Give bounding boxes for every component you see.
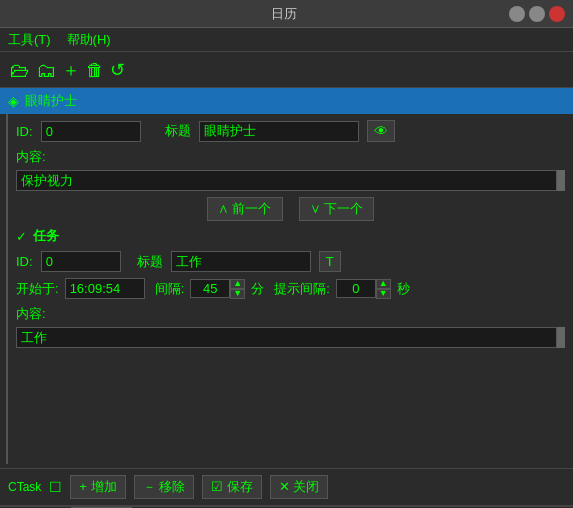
start-time-input[interactable]: [65, 278, 145, 299]
add-button[interactable]: + 增加: [70, 475, 125, 499]
maximize-button[interactable]: [529, 6, 545, 22]
left-border: [0, 114, 8, 464]
remind-input[interactable]: [336, 279, 376, 298]
id-label: ID:: [16, 124, 33, 139]
task-title-label: 标题: [137, 253, 163, 271]
save-folder-icon[interactable]: 🗂: [36, 60, 56, 80]
selected-item-bar: ◈ 眼睛护士: [0, 88, 573, 114]
t-button[interactable]: T: [319, 251, 341, 272]
close-window-button[interactable]: [549, 6, 565, 22]
remind-up-button[interactable]: ▲: [376, 279, 391, 289]
task-title-input[interactable]: [171, 251, 311, 272]
task-content-input[interactable]: [16, 327, 557, 348]
add-icon[interactable]: ＋: [62, 61, 80, 79]
window-controls: [509, 6, 565, 22]
task-check-icon: ✓: [16, 229, 27, 244]
menu-help[interactable]: 帮助(H): [67, 31, 111, 49]
task-header: ✓ 任务: [16, 227, 565, 245]
task-content-scrollbar: [557, 327, 565, 348]
refresh-icon[interactable]: ↺: [110, 61, 125, 79]
task-id-input[interactable]: [41, 251, 121, 272]
content-scrollbar: [557, 170, 565, 191]
remove-button[interactable]: － 移除: [134, 475, 195, 499]
interval-spinner: ▲ ▼: [190, 279, 245, 299]
task-content-input-row: [16, 327, 565, 348]
toolbar: 🗁 🗂 ＋ 🗑 ↺: [0, 52, 573, 88]
task-content-label-row: 内容:: [16, 305, 565, 323]
task-content-label: 内容:: [16, 305, 46, 323]
save-button[interactable]: ☑ 保存: [202, 475, 262, 499]
title-bar: 日历: [0, 0, 573, 28]
content-label: 内容:: [16, 148, 46, 166]
content-input[interactable]: [16, 170, 557, 191]
interval-input[interactable]: [190, 279, 230, 298]
task-id-label: ID:: [16, 254, 33, 269]
interval-up-button[interactable]: ▲: [230, 279, 245, 289]
task-label: 任务: [33, 227, 59, 245]
content-label-row: 内容:: [16, 148, 565, 166]
nav-buttons: ∧ 前一个 ∨ 下一个: [16, 197, 565, 221]
content-input-row: [16, 170, 565, 191]
prev-button[interactable]: ∧ 前一个: [207, 197, 283, 221]
start-time-label: 开始于:: [16, 280, 59, 298]
interval-unit: 分: [251, 280, 264, 298]
ctask-label: CTask: [8, 480, 41, 494]
right-section: ID: 标题 👁 内容: ∧ 前一个 ∨ 下一个: [8, 114, 573, 464]
close-button[interactable]: ✕ 关闭: [270, 475, 329, 499]
title-label: 标题: [165, 122, 191, 140]
remind-label: 提示间隔:: [274, 280, 330, 298]
next-button[interactable]: ∨ 下一个: [299, 197, 375, 221]
open-folder-icon[interactable]: 🗁: [10, 60, 30, 80]
interval-down-button[interactable]: ▼: [230, 289, 245, 299]
time-interval-row: 开始于: 间隔: ▲ ▼ 分 提示间隔: ▲ ▼: [16, 278, 565, 299]
id-title-row: ID: 标题 👁: [16, 120, 565, 142]
eye-button[interactable]: 👁: [367, 120, 395, 142]
delete-icon[interactable]: 🗑: [86, 61, 104, 79]
title-input[interactable]: [199, 121, 359, 142]
selected-item-label: 眼睛护士: [25, 92, 77, 110]
id-input[interactable]: [41, 121, 141, 142]
remind-spinner: ▲ ▼: [336, 279, 391, 299]
remind-down-button[interactable]: ▼: [376, 289, 391, 299]
minimize-button[interactable]: [509, 6, 525, 22]
checkbox-icon: ☐: [49, 479, 62, 495]
remind-unit: 秒: [397, 280, 410, 298]
interval-label: 间隔:: [155, 280, 185, 298]
main-content-wrapper: ID: 标题 👁 内容: ∧ 前一个 ∨ 下一个: [0, 114, 573, 464]
task-id-title-row: ID: 标题 T: [16, 251, 565, 272]
menu-tools[interactable]: 工具(T): [8, 31, 51, 49]
action-bar: CTask ☐ + 增加 － 移除 ☑ 保存 ✕ 关闭: [0, 468, 573, 505]
eye-icon: ◈: [8, 93, 19, 109]
window-title: 日历: [58, 5, 509, 23]
menu-bar: 工具(T) 帮助(H): [0, 28, 573, 52]
task-section: ✓ 任务 ID: 标题 T 开始于: 间隔: ▲ ▼: [16, 227, 565, 348]
